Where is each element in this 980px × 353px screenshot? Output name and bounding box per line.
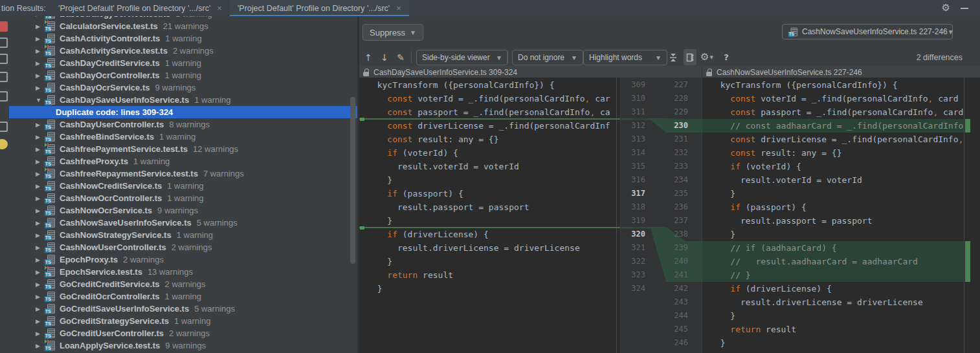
code-line[interactable]: result.driverLicense = driverLicense [702,295,964,309]
chevron-expanded-icon[interactable]: ▼ [36,97,45,103]
code-line[interactable]: result.voterId = voterId [702,173,964,187]
tree-item-file[interactable]: ▶TSCashfreeProxy.ts1 warning [9,155,357,167]
edit-pencil-icon[interactable]: ✎ [394,49,407,65]
tree-item-file[interactable]: ▶TSCashNowStrategyService.ts1 warning [9,229,357,241]
right-code-pane[interactable]: kycTransform ({personalCardInfo}) { cons… [702,78,964,350]
code-line[interactable]: if (driverLicense) { [702,282,964,295]
code-line[interactable]: if (voterId) { [702,160,964,173]
chevron-collapsed-icon[interactable]: ▶ [36,85,45,91]
tree-item-file[interactable]: ▶TSCalculatorService.test.ts21 warnings [9,20,357,32]
code-line[interactable]: const voterId = _.find(personalCardInfo,… [702,92,964,105]
code-line[interactable]: // if (aadhaarCard) { [702,241,964,255]
code-line[interactable]: return result [702,323,964,336]
chevron-collapsed-icon[interactable]: ▶ [36,306,45,312]
tree-item-file[interactable]: ▶TSCashNowCreditService.ts1 warning [9,180,357,192]
code-line[interactable]: const voterId = _.find(personalCardInfo,… [359,92,620,105]
code-line[interactable]: } [702,309,964,323]
chevron-collapsed-icon[interactable]: ▶ [36,208,45,214]
settings-gear-icon[interactable]: ⚙ [942,3,950,13]
chevron-collapsed-icon[interactable]: ▶ [36,16,45,17]
code-line[interactable]: const driverLicense = _.find(personalCar… [359,119,620,133]
code-line[interactable]: } [702,228,964,241]
chevron-collapsed-icon[interactable]: ▶ [36,343,45,349]
chevron-collapsed-icon[interactable]: ▶ [36,171,45,177]
code-line[interactable]: kycTransform ({personalCardInfo}) { [702,78,964,92]
chevron-collapsed-icon[interactable]: ▶ [36,257,45,263]
highlight-mode-dropdown[interactable]: Highlight words ▼ [583,50,667,65]
chevron-collapsed-icon[interactable]: ▶ [36,318,45,325]
tree-item-file[interactable]: ▶TSCashNowOcrController.ts1 warning [9,192,357,204]
chevron-collapsed-icon[interactable]: ▶ [36,330,45,337]
tree-item-file[interactable]: ▶TSCashfreePaymentService.test.ts12 warn… [9,143,357,155]
tree-item-file[interactable]: ▶TSCashNowUserController.ts2 warnings [9,241,357,253]
next-difference-icon[interactable]: ↓ [378,49,391,65]
code-line[interactable]: result.voterId = voterId [359,160,620,173]
help-icon[interactable]: ? [720,49,733,65]
export-icon[interactable] [0,122,8,132]
close-icon[interactable]: × [396,3,401,13]
code-line[interactable]: return result [359,268,620,282]
code-line[interactable]: const result: any = {} [702,146,964,160]
tree-item-file[interactable]: ▶TSCashfreeBindService.ts1 warning [9,131,357,143]
tree-item-file[interactable]: ▶TSCashDayUserController.ts8 warnings [9,118,357,131]
tree-item-file[interactable]: ▶TSGoCreditSaveUserInfoService.ts5 warni… [9,303,357,315]
quickfix-bulb-icon[interactable] [0,139,8,149]
chevron-collapsed-icon[interactable]: ▶ [36,36,45,42]
tree-item-file[interactable]: ▶TSGoCreditCreditService.ts2 warnings [9,278,357,290]
chevron-collapsed-icon[interactable]: ▶ [36,122,45,128]
chevron-collapsed-icon[interactable]: ▶ [36,183,45,189]
tree-item-file[interactable]: ▶TSEpochProxy.ts2 warnings [9,253,357,266]
code-line[interactable]: } [702,187,964,200]
expand-all-icon[interactable] [0,37,8,48]
tree-scrollbar[interactable] [350,97,355,264]
code-line[interactable]: kycTransform ({personalCardInfo}) { [359,78,620,92]
code-line[interactable]: const passport = _.find(personalCardInfo… [359,105,620,119]
suppress-button[interactable]: Suppress ▼ [362,24,423,41]
tree-item-file[interactable]: ▼TSCashDaySaveUserInfoService.ts1 warnin… [9,94,357,106]
code-line[interactable]: result.passport = passport [702,214,964,228]
close-icon[interactable]: × [217,3,222,13]
code-line[interactable]: const driverLicense = _.find(personalCar… [702,133,964,146]
code-line[interactable]: } [702,336,964,350]
code-line[interactable]: if (passport) { [359,187,620,200]
tab-inspection-profile-2[interactable]: 'Project Default' Profile on Directory '… [230,0,409,16]
chevron-collapsed-icon[interactable]: ▶ [36,220,45,226]
filter-icon[interactable] [0,72,8,82]
tab-inspection-profile-1[interactable]: 'Project Default' Profile on Directory '… [50,0,230,16]
code-line[interactable]: const result: any = {} [359,133,620,146]
left-code-pane[interactable]: kycTransform ({personalCardInfo}) { cons… [359,78,620,295]
tree-item-file[interactable]: ▶TSLoanApplyService.test.ts9 warnings [9,339,357,352]
tree-item-file[interactable]: ▶TSCashActivityService.test.ts2 warnings [9,45,357,57]
code-line[interactable]: } [359,282,620,295]
tree-item-duplicate-code[interactable]: Duplicate code: lines 309-324 [9,106,357,118]
chevron-collapsed-icon[interactable]: ▶ [36,294,45,300]
chevron-collapsed-icon[interactable]: ▶ [36,195,45,202]
chevron-collapsed-icon[interactable]: ▶ [36,72,45,79]
tree-item-file[interactable]: ▶TSGoCreditUserController.ts2 warnings [9,327,357,339]
whitespace-mode-dropdown[interactable]: Do not ignore ▼ [512,50,583,65]
file-selector-dropdown[interactable]: TS CashNowSaveUserInfoService.ts 227-246… [782,24,953,39]
code-line[interactable]: if (voterId) { [359,146,620,160]
chevron-collapsed-icon[interactable]: ▶ [36,48,45,54]
rerun-icon[interactable] [0,21,8,32]
tree-item-file[interactable]: ▶TSCashDayOcrService.ts9 warnings [9,81,357,94]
synchronize-scrolling-icon[interactable] [684,49,696,65]
collapse-all-icon[interactable] [0,54,8,64]
code-line[interactable]: result.passport = passport [359,200,620,214]
code-line[interactable]: // const aadhaarCard = _.find(personalCa… [702,119,964,133]
hide-window-icon[interactable] [961,8,968,9]
tree-item-file[interactable]: ▶TSGoCreditOcrController.ts1 warning [9,290,357,303]
chevron-collapsed-icon[interactable]: ▶ [36,23,45,30]
chevron-collapsed-icon[interactable]: ▶ [36,60,45,67]
chevron-collapsed-icon[interactable]: ▶ [36,146,45,153]
code-line[interactable]: result.driverLicense = driverLicense [359,241,620,255]
tree-item-file[interactable]: ▶TSEpochService.test.ts13 warnings [9,266,357,278]
tree-item-file[interactable]: ▶TSCashDayOcrController.ts1 warning [9,69,357,81]
tree-item-file[interactable]: ▶TSCashActivityController.ts1 warning [9,32,357,45]
editor-settings-gear-icon[interactable]: ⚙▼ [700,49,713,65]
code-line[interactable]: } [359,214,620,228]
chevron-collapsed-icon[interactable]: ▶ [36,232,45,239]
tree-item-file[interactable]: ▶TSGoCreditStrategyService.ts1 warning [9,315,357,327]
tree-item-file[interactable]: ▶TSCashNowSaveUserInfoService.ts5 warnin… [9,217,357,229]
tree-item-file[interactable]: ▶TSCashNowOcrService.ts9 warnings [9,204,357,217]
